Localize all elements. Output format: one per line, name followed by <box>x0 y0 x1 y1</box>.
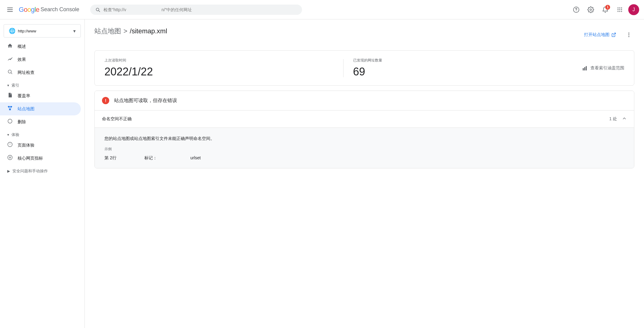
svg-rect-28 <box>583 68 584 71</box>
error-row[interactable]: 命名空间不正确 1 处 <box>95 111 634 128</box>
svg-point-2 <box>618 7 619 8</box>
main-content: 站点地图 > /sitemap.xml 打开站点地图 上次读取时间 2022/1… <box>85 19 644 328</box>
svg-point-23 <box>9 157 11 158</box>
sidebar-item-core-web-vitals[interactable]: 核心网页指标 <box>0 152 81 165</box>
breadcrumb-separator: > <box>123 27 127 35</box>
svg-rect-14 <box>9 109 11 110</box>
more-options-button[interactable] <box>623 29 634 40</box>
last-read-value: 2022/1/22 <box>104 65 334 78</box>
sidebar: 🌐 http://www ▾ 概述 效果 网址检查 ▾ 索引 <box>0 19 85 328</box>
discovered-label: 已发现的网址数量 <box>353 58 582 63</box>
svg-point-26 <box>628 34 629 35</box>
last-read-stat: 上次读取时间 2022/1/22 <box>104 58 334 78</box>
open-sitemap-label: 打开站点地图 <box>584 32 610 38</box>
svg-point-8 <box>618 11 619 12</box>
svg-point-11 <box>8 70 12 73</box>
sidebar-label-sitemaps: 站点地图 <box>18 106 34 112</box>
search-bar[interactable] <box>90 5 302 15</box>
breadcrumb-parent[interactable]: 站点地图 <box>94 27 121 36</box>
performance-icon <box>7 56 13 63</box>
index-section-arrow: ▾ <box>7 83 9 88</box>
svg-point-19 <box>8 119 12 123</box>
index-section-label: 索引 <box>12 83 19 88</box>
open-sitemap-button[interactable]: 打开站点地图 <box>580 30 620 40</box>
example-table: 第 2行 标记： urlset <box>104 155 624 161</box>
header-left: Google Search Console <box>5 5 79 14</box>
example-row: 第 2行 标记： urlset <box>104 155 624 161</box>
svg-point-10 <box>621 11 622 12</box>
example-tag-label: 标记： <box>144 155 181 161</box>
help-icon[interactable] <box>570 4 582 16</box>
error-card: ! 站点地图可读取，但存在错误 命名空间不正确 1 处 您的站点地图或站点地图索… <box>94 91 634 168</box>
sidebar-label-performance: 效果 <box>18 57 26 62</box>
security-section-header[interactable]: ▶ 安全问题和手动操作 <box>0 165 84 175</box>
svg-point-7 <box>621 9 622 10</box>
sidebar-label-core-web-vitals: 核心网页指标 <box>18 156 43 161</box>
svg-rect-12 <box>8 106 10 107</box>
svg-point-4 <box>621 7 622 8</box>
layout: 🌐 http://www ▾ 概述 效果 网址检查 ▾ 索引 <box>0 19 644 328</box>
coverage-action[interactable]: 查看索引涵盖范围 <box>582 65 624 71</box>
svg-rect-13 <box>10 106 12 107</box>
svg-point-5 <box>618 9 619 10</box>
sidebar-item-removals[interactable]: 删除 <box>0 115 81 128</box>
home-icon <box>7 43 13 50</box>
experience-section-arrow: ▾ <box>7 133 9 137</box>
sidebar-item-performance[interactable]: 效果 <box>0 53 81 66</box>
site-url: http://www <box>18 29 71 33</box>
experience-section-header[interactable]: ▾ 体验 <box>0 128 84 139</box>
svg-point-27 <box>628 36 629 37</box>
search-icon <box>95 7 100 12</box>
sidebar-item-overview[interactable]: 概述 <box>0 40 81 53</box>
sidebar-label-removals: 删除 <box>18 119 26 125</box>
coverage-icon <box>7 92 13 99</box>
error-status-message: 站点地图可读取，但存在错误 <box>114 98 177 104</box>
apps-icon[interactable] <box>614 4 626 16</box>
discovered-value: 69 <box>353 65 582 78</box>
svg-point-3 <box>619 7 620 8</box>
svg-point-9 <box>619 11 620 12</box>
notification-icon[interactable]: 1 <box>599 4 611 16</box>
svg-line-24 <box>613 33 616 35</box>
chevron-up-icon <box>622 116 627 122</box>
header: Google Search Console <box>0 0 644 19</box>
removals-icon <box>7 118 13 125</box>
error-row-title: 命名空间不正确 <box>102 116 609 122</box>
sidebar-item-coverage[interactable]: 覆盖率 <box>0 89 81 102</box>
svg-point-1 <box>576 11 577 11</box>
error-icon: ! <box>102 97 109 104</box>
sidebar-item-sitemaps[interactable]: 站点地图 <box>0 102 81 115</box>
index-section-header[interactable]: ▾ 索引 <box>0 79 84 89</box>
svg-rect-30 <box>586 66 587 70</box>
sidebar-item-page-experience[interactable]: 页面体验 <box>0 139 81 152</box>
stats-card: 上次读取时间 2022/1/22 已发现的网址数量 69 查看索引涵盖范围 <box>94 50 634 86</box>
discovered-stat: 已发现的网址数量 69 <box>353 58 582 78</box>
stat-divider <box>343 59 343 77</box>
coverage-action-label: 查看索引涵盖范围 <box>590 65 624 71</box>
site-selector[interactable]: 🌐 http://www ▾ <box>4 24 81 38</box>
hamburger-menu-icon[interactable] <box>5 5 15 14</box>
sidebar-item-url-inspection[interactable]: 网址检查 <box>0 66 81 79</box>
example-label: 示例 <box>104 147 624 152</box>
settings-icon[interactable] <box>585 4 597 16</box>
error-detail: 您的站点地图或站点地图索引文件未能正确声明命名空间。 示例 第 2行 标记： u… <box>95 128 634 168</box>
breadcrumb: 站点地图 > /sitemap.xml <box>94 27 167 36</box>
sidebar-label-url-inspection: 网址检查 <box>18 70 34 75</box>
notification-badge: 1 <box>605 5 610 10</box>
page-experience-icon <box>7 142 13 149</box>
error-row-count: 1 处 <box>609 116 617 122</box>
page-actions: 打开站点地图 <box>580 29 634 40</box>
last-read-label: 上次读取时间 <box>104 58 334 63</box>
breadcrumb-current: /sitemap.xml <box>130 27 167 35</box>
search-input[interactable] <box>104 7 297 12</box>
page-header-row: 站点地图 > /sitemap.xml 打开站点地图 <box>94 27 634 43</box>
avatar[interactable]: J <box>628 4 639 15</box>
header-right: 1 J <box>570 4 639 16</box>
svg-point-22 <box>8 155 12 160</box>
google-wordmark: Google <box>19 6 39 14</box>
sidebar-label-overview: 概述 <box>18 44 26 49</box>
error-header: ! 站点地图可读取，但存在错误 <box>95 91 634 111</box>
sitemaps-icon <box>7 105 13 112</box>
app-title: Search Console <box>41 6 79 13</box>
svg-point-6 <box>619 9 620 10</box>
